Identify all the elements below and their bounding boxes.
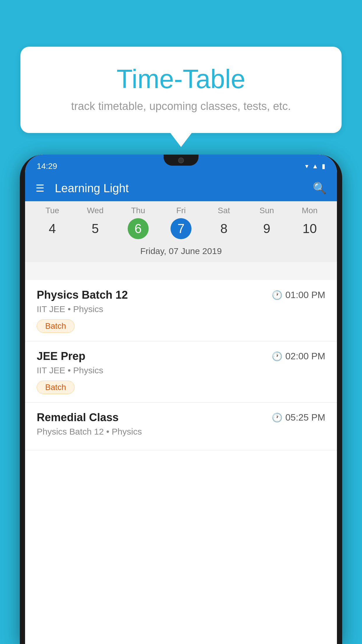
time-text: 01:00 PM xyxy=(285,290,325,300)
battery-icon: ▮ xyxy=(322,162,325,170)
day-label: Wed xyxy=(87,206,103,215)
day-number[interactable]: 8 xyxy=(213,218,234,239)
wifi-icon: ▾ xyxy=(305,162,308,170)
app-title: Learning Light xyxy=(55,182,313,195)
item-time: 🕐05:25 PM xyxy=(272,412,325,423)
item-top-row: JEE Prep🕐02:00 PM xyxy=(37,350,325,363)
hamburger-icon[interactable]: ☰ xyxy=(36,183,44,193)
day-col-tue[interactable]: Tue4 xyxy=(35,206,70,239)
calendar-section: Tue4Wed5Thu6Fri7Sat8Sun9Mon10 Friday, 07… xyxy=(25,201,337,262)
selected-date-label: Friday, 07 June 2019 xyxy=(25,242,337,260)
days-row: Tue4Wed5Thu6Fri7Sat8Sun9Mon10 xyxy=(25,206,337,239)
phone-notch xyxy=(164,155,198,166)
schedule-list: Physics Batch 12🕐01:00 PMIIT JEE • Physi… xyxy=(25,280,337,644)
signal-icon: ▲ xyxy=(312,162,318,170)
item-subtitle: IIT JEE • Physics xyxy=(37,365,325,375)
day-number[interactable]: 9 xyxy=(256,218,277,239)
item-time: 🕐01:00 PM xyxy=(272,290,325,300)
batch-badge: Batch xyxy=(37,381,75,394)
item-subtitle: Physics Batch 12 • Physics xyxy=(37,427,325,437)
bubble-subtitle: track timetable, upcoming classes, tests… xyxy=(44,100,318,113)
status-time: 14:29 xyxy=(37,159,57,171)
app-bar: ☰ Learning Light 🔍 xyxy=(25,175,337,201)
day-label: Sun xyxy=(259,206,274,215)
day-col-mon[interactable]: Mon10 xyxy=(292,206,327,239)
item-title: Physics Batch 12 xyxy=(37,289,128,301)
day-label: Thu xyxy=(131,206,145,215)
schedule-item[interactable]: JEE Prep🕐02:00 PMIIT JEE • PhysicsBatch xyxy=(25,341,337,402)
schedule-item[interactable]: Physics Batch 12🕐01:00 PMIIT JEE • Physi… xyxy=(25,280,337,341)
day-col-sat[interactable]: Sat8 xyxy=(206,206,241,239)
item-title: JEE Prep xyxy=(37,350,85,363)
speech-bubble: Time-Table track timetable, upcoming cla… xyxy=(20,47,342,133)
item-subtitle: IIT JEE • Physics xyxy=(37,304,325,314)
day-number[interactable]: 6 xyxy=(128,218,149,239)
status-icons: ▾ ▲ ▮ xyxy=(305,160,325,170)
schedule-item[interactable]: Remedial Class🕐05:25 PMPhysics Batch 12 … xyxy=(25,402,337,450)
item-top-row: Physics Batch 12🕐01:00 PM xyxy=(37,289,325,301)
day-col-thu[interactable]: Thu6 xyxy=(121,206,156,239)
camera-icon xyxy=(178,158,184,163)
day-label: Sat xyxy=(218,206,230,215)
phone-screen: 14:29 ▾ ▲ ▮ ☰ Learning Light 🔍 Tue4Wed5T… xyxy=(25,155,337,644)
day-col-sun[interactable]: Sun9 xyxy=(249,206,284,239)
day-number[interactable]: 10 xyxy=(299,218,320,239)
item-time: 🕐02:00 PM xyxy=(272,351,325,362)
day-number[interactable]: 7 xyxy=(171,218,191,239)
item-title: Remedial Class xyxy=(37,411,119,424)
batch-badge: Batch xyxy=(37,319,75,333)
clock-icon: 🕐 xyxy=(272,290,282,300)
day-label: Mon xyxy=(302,206,317,215)
day-label: Tue xyxy=(45,206,59,215)
day-col-fri[interactable]: Fri7 xyxy=(164,206,198,239)
day-number[interactable]: 4 xyxy=(42,218,63,239)
bubble-title: Time-Table xyxy=(44,64,318,94)
clock-icon: 🕐 xyxy=(272,412,282,423)
day-label: Fri xyxy=(176,206,186,215)
phone-frame: 14:29 ▾ ▲ ▮ ☰ Learning Light 🔍 Tue4Wed5T… xyxy=(20,155,342,644)
time-text: 05:25 PM xyxy=(285,412,325,423)
time-text: 02:00 PM xyxy=(285,351,325,362)
day-number[interactable]: 5 xyxy=(85,218,106,239)
search-icon[interactable]: 🔍 xyxy=(313,182,326,195)
day-col-wed[interactable]: Wed5 xyxy=(78,206,113,239)
item-top-row: Remedial Class🕐05:25 PM xyxy=(37,411,325,424)
clock-icon: 🕐 xyxy=(272,351,282,361)
